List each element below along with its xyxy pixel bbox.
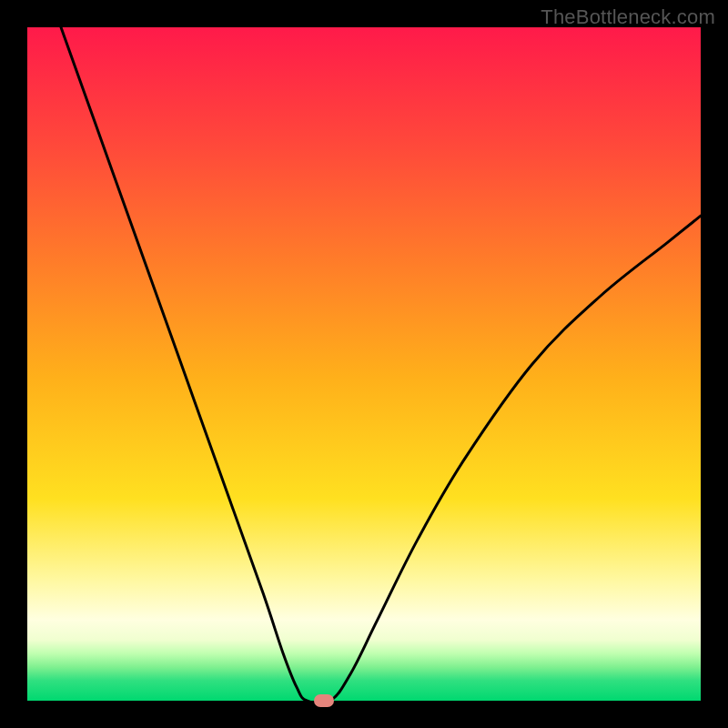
chart-frame: TheBottleneck.com (0, 0, 728, 728)
plot-area (27, 27, 701, 701)
bottleneck-curve (27, 27, 701, 701)
optimum-marker (314, 694, 334, 707)
watermark-text: TheBottleneck.com (541, 5, 715, 29)
